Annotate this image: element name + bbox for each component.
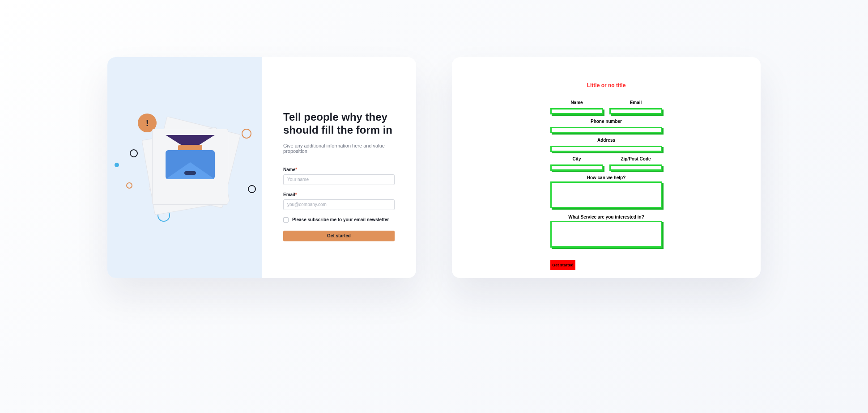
bad-service-label: What Service are you interested in? [550,215,662,219]
bad-get-started-button[interactable]: Get started [550,260,575,270]
bad-phone-label: Phone number [550,119,662,124]
bad-phone-input[interactable] [550,127,662,133]
bad-email-label: Email [609,100,662,105]
good-form-subheading: Give any additional information here and… [283,143,395,154]
bad-city-input[interactable] [550,164,603,171]
bad-email-input[interactable] [609,108,662,114]
envelope-illustration: ! [107,57,262,278]
good-form-pane: Tell people why they should fill the for… [262,57,416,278]
email-input[interactable] [283,199,395,210]
good-form-card: ! Tell people why they should fill the f… [107,57,416,278]
bad-service-textarea[interactable] [550,221,662,248]
bad-form-title: Little or no title [550,82,662,88]
email-label: Email* [283,192,395,197]
bad-zip-input[interactable] [609,164,662,171]
bad-name-label: Name [550,100,603,105]
bad-help-textarea[interactable] [550,181,662,208]
bad-zip-label: Zip/Post Code [609,156,662,161]
get-started-button[interactable]: Get started [283,231,395,241]
required-marker: * [295,167,297,172]
name-input[interactable] [283,174,395,185]
ring-orange-small-icon [242,129,251,139]
email-label-text: Email [283,192,295,197]
bad-name-input[interactable] [550,108,603,114]
ring-dark-2-icon [248,185,256,193]
bad-city-label: City [550,156,603,161]
bad-address-label: Address [550,138,662,143]
subscribe-label: Please subscribe me to your email newsle… [292,217,389,222]
bad-help-label: How can we help? [550,175,662,180]
dot-blue-icon [115,163,119,167]
ring-dark-icon [130,149,138,157]
bad-address-input[interactable] [550,146,662,152]
required-marker-2: * [295,192,297,197]
bad-form-card: Little or no title Name Email Phone numb… [452,57,761,278]
good-form-heading: Tell people why they should fill the for… [283,111,395,137]
ring-orange-tiny-icon [126,182,132,189]
subscribe-checkbox[interactable] [283,217,289,223]
name-label: Name* [283,167,395,172]
name-label-text: Name [283,167,295,172]
